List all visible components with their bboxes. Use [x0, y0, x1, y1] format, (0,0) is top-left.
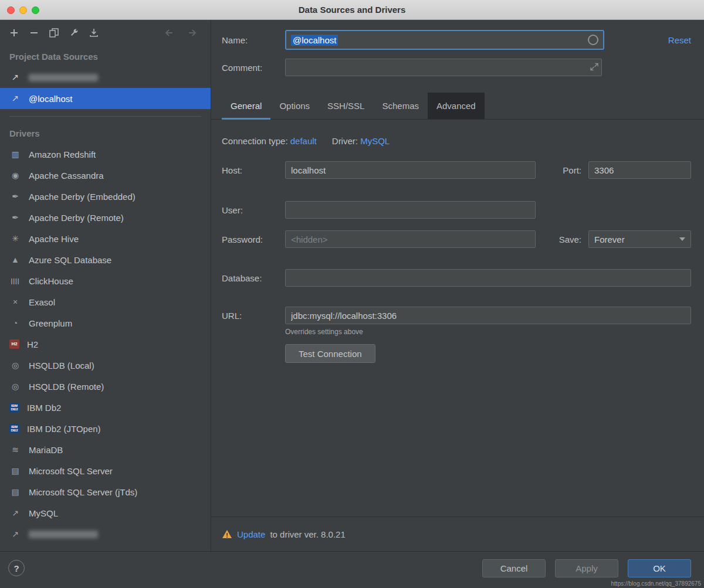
- driver-item-label: ClickHouse: [29, 276, 73, 286]
- redshift-icon: ▥: [9, 149, 21, 159]
- tab-schemas[interactable]: Schemas: [373, 93, 428, 119]
- ok-button[interactable]: OK: [628, 559, 691, 577]
- tab-options[interactable]: Options: [270, 93, 319, 119]
- db2-icon: IBMDB2: [9, 403, 19, 412]
- driver-item-microsoft-sql-server[interactable]: ▤Microsoft SQL Server: [0, 460, 211, 481]
- project-data-sources-header: Project Data Sources: [0, 46, 211, 67]
- driver-item-redacted[interactable]: ↗: [0, 524, 211, 545]
- name-input[interactable]: @localhost: [285, 30, 604, 50]
- duplicate-icon[interactable]: [49, 28, 59, 38]
- name-field-circle-icon: [588, 35, 598, 45]
- cancel-button[interactable]: Cancel: [482, 559, 546, 577]
- minimize-window-button[interactable]: [19, 6, 27, 14]
- update-driver-link[interactable]: Update: [237, 529, 265, 539]
- window-controls: [7, 0, 39, 20]
- save-dropdown[interactable]: Forever: [588, 230, 691, 248]
- driver-item-label: Apache Derby (Embedded): [29, 192, 136, 202]
- connection-type-label: Connection type:: [222, 136, 288, 146]
- mysql-icon: ↗: [9, 508, 21, 518]
- data-sources-dialog: Data Sources and Drivers: [0, 0, 704, 588]
- help-button[interactable]: ?: [8, 560, 25, 576]
- driver-item-clickhouse[interactable]: ||||ClickHouse: [0, 270, 211, 291]
- forward-icon[interactable]: [188, 28, 198, 38]
- hive-icon: ✳: [9, 234, 21, 243]
- host-input[interactable]: [285, 161, 536, 179]
- user-label: User:: [222, 205, 285, 215]
- remove-icon[interactable]: [29, 28, 39, 38]
- tab-advanced[interactable]: Advanced: [428, 93, 485, 119]
- azure-icon: ▲: [9, 255, 21, 264]
- greenplum-icon: ◔: [9, 318, 21, 328]
- mssql-icon: ▤: [9, 487, 21, 497]
- exasol-icon: ×: [9, 297, 21, 307]
- db2-icon: IBMDB2: [9, 424, 19, 433]
- url-input[interactable]: [285, 307, 691, 324]
- driver-item-label: Azure SQL Database: [29, 255, 111, 265]
- driver-value-link[interactable]: MySQL: [360, 136, 390, 146]
- project-data-sources-list: ↗↗@localhost: [0, 67, 211, 109]
- main-panel: Name: @localhost Reset Comment: GeneralO…: [211, 20, 704, 551]
- driver-item-h2[interactable]: H2H2: [0, 334, 211, 355]
- driver-item-amazon-redshift[interactable]: ▥Amazon Redshift: [0, 144, 211, 165]
- driver-item-ibm-db2-jtopen[interactable]: IBMDB2IBM Db2 (JTOpen): [0, 418, 211, 439]
- close-window-button[interactable]: [7, 6, 15, 14]
- driver-item-hsqldb-remote[interactable]: ◎HSQLDB (Remote): [0, 376, 211, 397]
- data-source-item-label: @localhost: [29, 94, 72, 104]
- tab-bar: GeneralOptionsSSH/SSLSchemasAdvanced: [211, 93, 704, 120]
- driver-item-azure-sql-database[interactable]: ▲Azure SQL Database: [0, 249, 211, 270]
- driver-item-ibm-db2[interactable]: IBMDB2IBM Db2: [0, 397, 211, 418]
- drivers-header: Drivers: [0, 123, 211, 144]
- apply-button[interactable]: Apply: [555, 559, 618, 577]
- driver-item-apache-derby-remote[interactable]: ✒Apache Derby (Remote): [0, 207, 211, 228]
- driver-item-apache-hive[interactable]: ✳Apache Hive: [0, 228, 211, 249]
- name-value-selected-text: @localhost: [291, 35, 338, 46]
- save-dropdown-value: Forever: [594, 234, 625, 244]
- save-label: Save:: [559, 234, 581, 244]
- data-source-item-localhost[interactable]: ↗@localhost: [0, 88, 211, 109]
- driver-item-microsoft-sql-server-jtds[interactable]: ▤Microsoft SQL Server (jTds): [0, 481, 211, 502]
- database-label: Database:: [222, 273, 285, 283]
- driver-item-label: Apache Cassandra: [29, 171, 104, 181]
- data-source-item-redacted[interactable]: ↗: [0, 67, 211, 88]
- reset-link[interactable]: Reset: [668, 35, 691, 45]
- add-icon[interactable]: [9, 28, 19, 38]
- port-input[interactable]: [588, 161, 691, 179]
- tab-general[interactable]: General: [222, 93, 270, 119]
- user-input[interactable]: [285, 201, 536, 219]
- connection-type-value[interactable]: default: [290, 136, 317, 146]
- driver-item-exasol[interactable]: ×Exasol: [0, 291, 211, 312]
- wrench-icon[interactable]: [69, 28, 79, 38]
- nav-arrows: [164, 28, 202, 38]
- sidebar-toolbar: [0, 20, 211, 46]
- derby-icon: ✒: [9, 192, 21, 201]
- driver-item-greenplum[interactable]: ◔Greenplum: [0, 312, 211, 334]
- driver-item-label: MariaDB: [29, 445, 63, 455]
- expand-icon[interactable]: [590, 63, 598, 71]
- database-input[interactable]: [285, 269, 691, 287]
- driver-item-label: IBM Db2: [27, 403, 61, 413]
- footer-bar: ? Cancel Apply OK: [0, 551, 704, 588]
- tab-ssh-ssl[interactable]: SSH/SSL: [319, 93, 373, 119]
- redacted-label: [29, 531, 98, 538]
- redacted-label: [29, 74, 98, 81]
- comment-input[interactable]: [285, 59, 602, 76]
- driver-item-apache-derby-embedded[interactable]: ✒Apache Derby (Embedded): [0, 186, 211, 207]
- back-icon[interactable]: [164, 28, 173, 38]
- driver-item-hsqldb-local[interactable]: ◎HSQLDB (Local): [0, 355, 211, 376]
- driver-item-mysql[interactable]: ↗MySQL: [0, 502, 211, 524]
- drivers-list: ▥Amazon Redshift◉Apache Cassandra✒Apache…: [0, 144, 211, 545]
- password-label: Password:: [222, 234, 285, 244]
- driver-item-apache-cassandra[interactable]: ◉Apache Cassandra: [0, 165, 211, 186]
- driver-item-mariadb[interactable]: ≋MariaDB: [0, 439, 211, 460]
- zoom-window-button[interactable]: [32, 6, 39, 14]
- data-source-icon: ↗: [9, 72, 21, 83]
- hsqldb-icon: ◎: [9, 382, 21, 391]
- test-connection-button[interactable]: Test Connection: [285, 344, 375, 363]
- password-input[interactable]: [285, 230, 536, 248]
- driver-item-label: Amazon Redshift: [29, 149, 96, 159]
- sidebar: Project Data Sources ↗↗@localhost Driver…: [0, 20, 211, 551]
- port-label: Port:: [563, 165, 581, 175]
- driver-item-label: Greenplum: [29, 318, 72, 328]
- import-icon[interactable]: [89, 28, 99, 38]
- derby-icon: ✒: [9, 213, 21, 222]
